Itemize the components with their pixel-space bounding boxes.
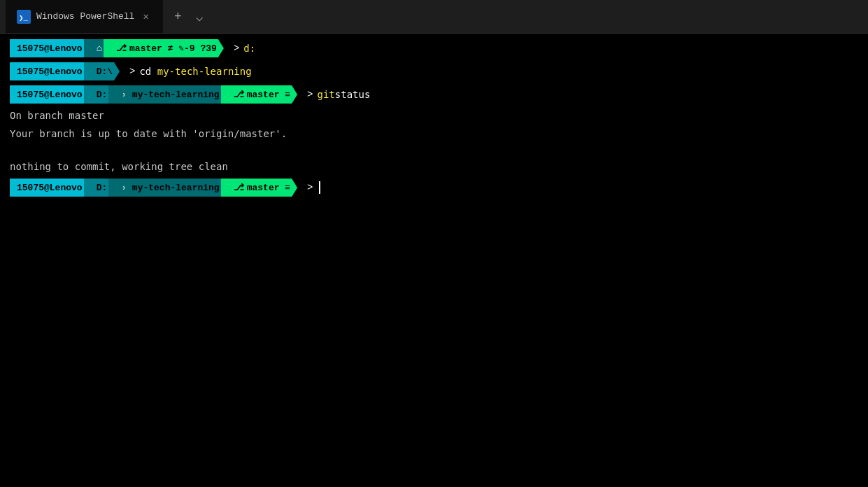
drive-label-3: D: (97, 90, 108, 100)
output-line-3: nothing to commit, working tree clean (0, 157, 868, 176)
titlebar: ❯_ Windows PowerShell ✕ + ⌵ (0, 0, 868, 34)
drive-label-input: D: (97, 183, 108, 193)
user-label-input: 15075@Lenovo (17, 183, 83, 193)
blank-line-1 (0, 143, 868, 157)
folder-segment-input: › my-tech-learning (108, 178, 226, 197)
terminal-cursor (319, 181, 320, 194)
user-segment-2: 15075@Lenovo (10, 62, 90, 80)
git-segment-3: ⎇ master ≡ (221, 85, 297, 104)
command-arg-2: my-tech-learning (157, 66, 252, 77)
terminal-input-line[interactable]: 15075@Lenovo D: › my-tech-learning ⎇ mas… (0, 176, 868, 199)
folder-label-input: my-tech-learning (132, 183, 220, 193)
command-arg-3: status (335, 89, 371, 100)
terminal-line-3: 15075@Lenovo D: › my-tech-learning ⎇ mas… (0, 83, 868, 106)
home-icon: ⌂ (97, 43, 102, 54)
prompt-arrow-1: > (224, 39, 243, 57)
prompt-arrow-input: > (297, 178, 317, 197)
command-3: git (318, 89, 335, 100)
terminal-area[interactable]: 15075@Lenovo ⌂ ⎇ master ≠ ✎-9 ?39 > d: 1… (0, 34, 868, 487)
command-2: cd my-tech-learning (139, 66, 251, 77)
git-icon-3: ⎇ (234, 89, 244, 100)
path-segment-2: D:\ (84, 62, 120, 80)
dropdown-button[interactable]: ⌵ (190, 6, 209, 27)
prompt-arrow-3: > (297, 85, 317, 104)
folder-segment-3: › my-tech-learning (108, 85, 226, 104)
user-segment-3: 15075@Lenovo (10, 85, 90, 104)
user-label: 15075@Lenovo (17, 43, 83, 54)
git-icon-input: ⎇ (234, 182, 244, 193)
git-segment-input: ⎇ master ≡ (221, 178, 297, 197)
folder-separator-input: › (121, 183, 132, 193)
user-segment-input: 15075@Lenovo (10, 178, 90, 197)
folder-label-3: my-tech-learning (132, 90, 220, 100)
git-info-1: master ≠ ✎-9 ?39 (129, 43, 217, 54)
new-tab-button[interactable]: + (169, 7, 187, 27)
terminal-line-1: 15075@Lenovo ⌂ ⎇ master ≠ ✎-9 ?39 > d: (0, 37, 868, 59)
git-info-input: master ≡ (247, 183, 290, 193)
folder-separator-3: › (121, 90, 132, 100)
user-label-3: 15075@Lenovo (17, 90, 83, 100)
git-branch-icon: ⎇ (116, 43, 127, 54)
close-tab-button[interactable]: ✕ (140, 9, 151, 24)
svg-text:❯_: ❯_ (19, 14, 29, 22)
command-1: d: (243, 43, 255, 54)
output-line-1: On branch master (0, 106, 868, 125)
user-label-2: 15075@Lenovo (17, 66, 83, 77)
git-info-3: master ≡ (247, 90, 290, 100)
tab-title: Windows PowerShell (36, 11, 134, 22)
powershell-icon: ❯_ (17, 10, 31, 24)
git-segment-1: ⎇ master ≠ ✎-9 ?39 (104, 39, 224, 57)
titlebar-actions: + ⌵ (163, 6, 215, 27)
terminal-line-2: 15075@Lenovo D:\ > cd my-tech-learning (0, 60, 868, 83)
terminal-tab[interactable]: ❯_ Windows PowerShell ✕ (6, 0, 163, 33)
user-segment: 15075@Lenovo (10, 39, 90, 57)
output-line-2: Your branch is up to date with 'origin/m… (0, 125, 868, 143)
prompt-arrow-2: > (120, 62, 139, 80)
path-label-2: D:\ (97, 66, 113, 77)
